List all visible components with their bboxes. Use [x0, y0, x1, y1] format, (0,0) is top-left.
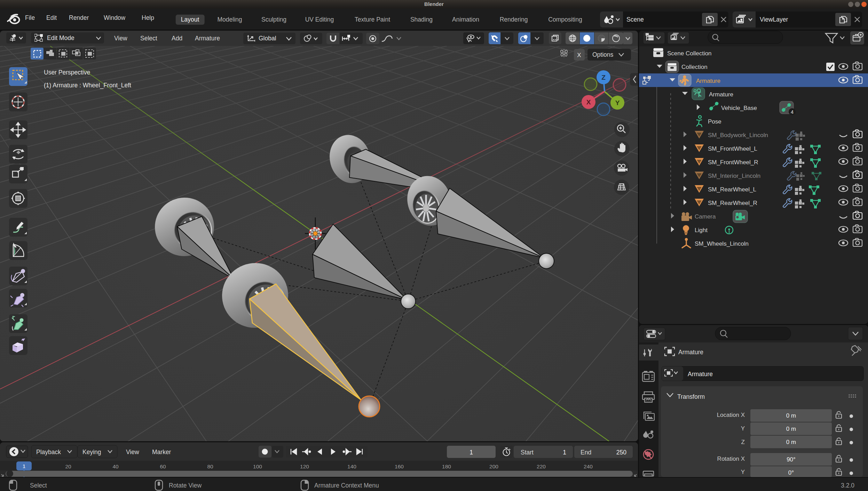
svg-text:Armature: Armature — [709, 91, 733, 98]
svg-text:60: 60 — [160, 464, 166, 469]
svg-text:Start: Start — [521, 449, 534, 456]
svg-text:Options: Options — [592, 51, 614, 58]
svg-text:Location X: Location X — [717, 412, 745, 418]
svg-text:Marker: Marker — [152, 449, 171, 456]
svg-text:SM_Wheels_Lincoln: SM_Wheels_Lincoln — [695, 240, 749, 247]
svg-text:Z: Z — [741, 439, 745, 445]
svg-text:SM_RearWheel_R: SM_RearWheel_R — [708, 200, 757, 206]
svg-text:Keying: Keying — [82, 449, 101, 456]
svg-text:Z: Z — [601, 74, 606, 81]
svg-text:200: 200 — [489, 464, 498, 469]
svg-text:140: 140 — [347, 464, 356, 469]
svg-text:1: 1 — [23, 463, 26, 469]
svg-text:X: X — [586, 98, 591, 106]
svg-text:180: 180 — [442, 464, 451, 469]
svg-text:Y: Y — [741, 425, 745, 432]
svg-text:View: View — [126, 449, 139, 456]
svg-text:4: 4 — [791, 109, 794, 115]
svg-text:Camera: Camera — [695, 213, 716, 220]
svg-text:20: 20 — [65, 464, 71, 469]
svg-text:240: 240 — [584, 464, 593, 469]
svg-text:Rotation X: Rotation X — [717, 456, 745, 462]
svg-text:120: 120 — [300, 464, 309, 469]
svg-text:Armature: Armature — [678, 349, 703, 356]
svg-text:Collection: Collection — [681, 64, 708, 70]
svg-text:90°: 90° — [787, 456, 796, 463]
svg-text:Light: Light — [695, 227, 708, 233]
svg-text:3.2.0: 3.2.0 — [841, 482, 854, 489]
svg-text:Armature: Armature — [688, 371, 713, 378]
svg-text:Y: Y — [741, 469, 745, 475]
svg-text:160: 160 — [395, 464, 404, 469]
svg-text:Playback: Playback — [36, 449, 61, 456]
svg-text:User Perspective: User Perspective — [44, 69, 90, 76]
svg-text:X: X — [577, 52, 581, 58]
svg-text:1: 1 — [563, 449, 566, 456]
svg-text:0 m: 0 m — [786, 412, 796, 419]
svg-text:80: 80 — [207, 464, 213, 469]
svg-text:0°: 0° — [788, 469, 794, 476]
svg-text:End: End — [581, 449, 591, 456]
svg-text:100: 100 — [253, 464, 262, 469]
svg-text:Scene Collection: Scene Collection — [667, 50, 712, 57]
svg-text:250: 250 — [616, 449, 626, 456]
svg-text:220: 220 — [537, 464, 546, 469]
svg-text:1: 1 — [469, 449, 473, 456]
svg-text:40: 40 — [112, 464, 119, 469]
svg-text:SM_FrontWheel_R: SM_FrontWheel_R — [708, 159, 758, 166]
svg-text:SM_RearWheel_L: SM_RearWheel_L — [708, 186, 756, 193]
svg-text:SM_Bodywork_Lincoln: SM_Bodywork_Lincoln — [708, 132, 768, 138]
svg-text:Select: Select — [30, 482, 47, 489]
svg-text:(1) Armature : Wheel_Front_Lef: (1) Armature : Wheel_Front_Left — [44, 82, 131, 89]
svg-text:0 m: 0 m — [786, 426, 796, 432]
svg-text:Armature: Armature — [696, 78, 720, 84]
svg-text:Transform: Transform — [677, 393, 705, 400]
svg-text:SM_FrontWheel_L: SM_FrontWheel_L — [708, 145, 757, 152]
svg-text:0 m: 0 m — [786, 439, 796, 445]
svg-text:Y: Y — [615, 99, 620, 106]
svg-text:Rotate View: Rotate View — [169, 482, 202, 489]
svg-text:SM_Interior_Lincoln: SM_Interior_Lincoln — [708, 173, 760, 179]
svg-text:Armature Context Menu: Armature Context Menu — [314, 482, 379, 489]
svg-text:Pose: Pose — [708, 118, 721, 125]
svg-text:Vehicle_Base: Vehicle_Base — [721, 105, 757, 111]
